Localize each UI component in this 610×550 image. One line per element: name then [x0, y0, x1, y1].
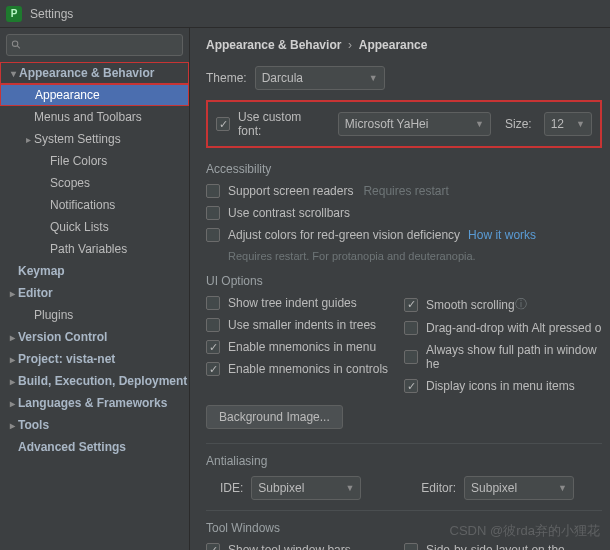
aa-ide-label: IDE: — [220, 481, 243, 495]
option-checkbox[interactable] — [404, 379, 418, 393]
ui-options-title: UI Options — [206, 274, 602, 288]
chevron-right-icon — [6, 354, 18, 365]
settings-sidebar: Appearance & BehaviorAppearanceMenus and… — [0, 28, 190, 550]
breadcrumb-leaf: Appearance — [359, 38, 428, 52]
option-label: Smooth scrolling — [426, 298, 515, 312]
sidebar-item-label: Scopes — [50, 176, 90, 190]
option-checkbox[interactable] — [206, 340, 220, 354]
aa-editor-value: Subpixel — [471, 481, 517, 495]
option-label: Display icons in menu items — [426, 379, 575, 393]
sidebar-item[interactable]: Version Control — [0, 326, 189, 348]
show-tool-window-bars-checkbox[interactable] — [206, 543, 220, 550]
sidebar-item-label: Project: vista-net — [18, 352, 115, 366]
sidebar-item[interactable]: System Settings — [0, 128, 189, 150]
chevron-right-icon — [6, 420, 18, 431]
color-deficiency-checkbox[interactable] — [206, 228, 220, 242]
chevron-down-icon — [7, 68, 19, 79]
font-size-label: Size: — [505, 117, 532, 131]
option-label: Enable mnemonics in controls — [228, 362, 388, 376]
custom-font-select[interactable]: Microsoft YaHei ▼ — [338, 112, 491, 136]
contrast-scrollbars-label: Use contrast scrollbars — [228, 206, 350, 220]
sidebar-item-label: Tools — [18, 418, 49, 432]
option-label: Always show full path in window he — [426, 343, 602, 371]
custom-font-value: Microsoft YaHei — [345, 117, 429, 131]
option-label: Enable mnemonics in menu — [228, 340, 376, 354]
chevron-right-icon — [6, 376, 18, 387]
search-icon — [11, 39, 22, 51]
option-checkbox[interactable] — [404, 298, 418, 312]
option-checkbox[interactable] — [206, 296, 220, 310]
screen-readers-hint: Requires restart — [363, 184, 448, 198]
chevron-right-icon — [6, 398, 18, 409]
aa-ide-value: Subpixel — [258, 481, 304, 495]
sidebar-item-label: Appearance — [35, 88, 100, 102]
sidebar-item-label: File Colors — [50, 154, 107, 168]
chevron-down-icon: ▼ — [467, 119, 484, 129]
use-custom-font-label: Use custom font: — [238, 110, 324, 138]
sidebar-item-label: Path Variables — [50, 242, 127, 256]
search-field[interactable] — [6, 34, 183, 56]
sidebar-item-label: Build, Execution, Deployment — [18, 374, 187, 388]
how-it-works-link[interactable]: How it works — [468, 228, 536, 242]
search-input[interactable] — [26, 38, 178, 52]
sidebar-item[interactable]: Path Variables — [0, 238, 189, 260]
color-deficiency-hint: Requires restart. For protanopia and deu… — [228, 250, 476, 262]
background-image-button[interactable]: Background Image... — [206, 405, 343, 429]
option-checkbox[interactable] — [206, 318, 220, 332]
side-by-side-label: Side-by-side layout on the — [426, 543, 565, 550]
accessibility-title: Accessibility — [206, 162, 602, 176]
sidebar-item-label: System Settings — [34, 132, 121, 146]
sidebar-item[interactable]: Languages & Frameworks — [0, 392, 189, 414]
sidebar-item[interactable]: Notifications — [0, 194, 189, 216]
support-screen-readers-label: Support screen readers — [228, 184, 353, 198]
option-label: Use smaller indents in trees — [228, 318, 376, 332]
sidebar-item-label: Appearance & Behavior — [19, 66, 154, 80]
sidebar-item[interactable]: Editor — [0, 282, 189, 304]
support-screen-readers-checkbox[interactable] — [206, 184, 220, 198]
use-custom-font-checkbox[interactable] — [216, 117, 230, 131]
sidebar-item-label: Keymap — [18, 264, 65, 278]
option-checkbox[interactable] — [206, 362, 220, 376]
font-size-value: 12 — [551, 117, 564, 131]
theme-label: Theme: — [206, 71, 247, 85]
option-checkbox[interactable] — [404, 321, 418, 335]
titlebar: P Settings — [0, 0, 610, 28]
sidebar-item[interactable]: Tools — [0, 414, 189, 436]
chevron-down-icon: ▼ — [361, 73, 378, 83]
window-title: Settings — [30, 7, 73, 21]
sidebar-item-label: Version Control — [18, 330, 107, 344]
aa-editor-select[interactable]: Subpixel ▼ — [464, 476, 574, 500]
breadcrumb-sep: › — [348, 38, 352, 52]
option-checkbox[interactable] — [404, 350, 418, 364]
sidebar-item-label: Plugins — [34, 308, 73, 322]
option-label: Show tree indent guides — [228, 296, 357, 310]
sidebar-item[interactable]: Plugins — [0, 304, 189, 326]
sidebar-item[interactable]: Appearance & Behavior — [0, 62, 189, 84]
sidebar-item[interactable]: File Colors — [0, 150, 189, 172]
sidebar-item[interactable]: Build, Execution, Deployment — [0, 370, 189, 392]
chevron-right-icon — [6, 288, 18, 299]
font-size-select[interactable]: 12 ▼ — [544, 112, 592, 136]
sidebar-item[interactable]: Keymap — [0, 260, 189, 282]
antialiasing-title: Antialiasing — [206, 454, 602, 468]
settings-content: Appearance & Behavior › Appearance Theme… — [190, 28, 610, 550]
aa-ide-select[interactable]: Subpixel ▼ — [251, 476, 361, 500]
custom-font-highlight: Use custom font: Microsoft YaHei ▼ Size:… — [206, 100, 602, 148]
aa-editor-label: Editor: — [421, 481, 456, 495]
sidebar-item[interactable]: Project: vista-net — [0, 348, 189, 370]
option-label: Drag-and-drop with Alt pressed o — [426, 321, 601, 335]
contrast-scrollbars-checkbox[interactable] — [206, 206, 220, 220]
chevron-down-icon: ▼ — [337, 483, 354, 493]
sidebar-item[interactable]: Quick Lists — [0, 216, 189, 238]
chevron-right-icon — [6, 332, 18, 343]
sidebar-item[interactable]: Appearance — [0, 84, 189, 106]
sidebar-item[interactable]: Scopes — [0, 172, 189, 194]
sidebar-item[interactable]: Advanced Settings — [0, 436, 189, 458]
help-icon[interactable]: ⓘ — [515, 296, 527, 313]
background-image-label: Background Image... — [219, 410, 330, 424]
theme-select[interactable]: Darcula ▼ — [255, 66, 385, 90]
sidebar-item[interactable]: Menus and Toolbars — [0, 106, 189, 128]
tool-windows-title: Tool Windows — [206, 521, 602, 535]
side-by-side-checkbox[interactable] — [404, 543, 418, 550]
breadcrumb-root: Appearance & Behavior — [206, 38, 341, 52]
